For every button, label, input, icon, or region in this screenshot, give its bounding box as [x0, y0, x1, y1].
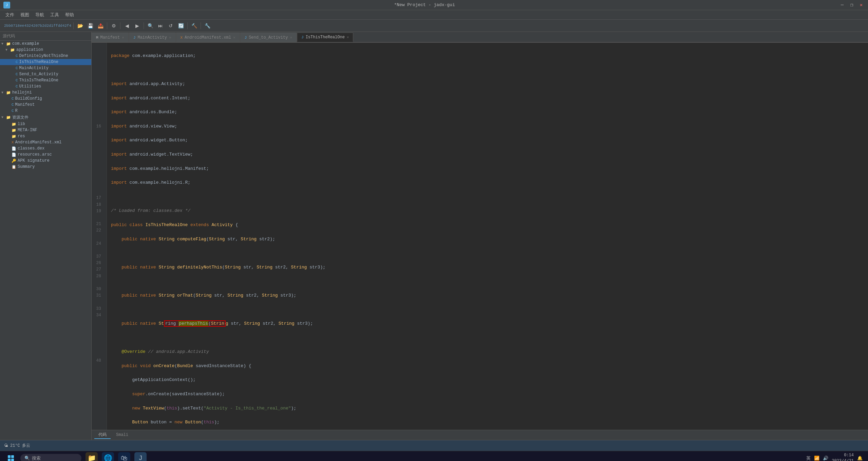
sidebar-item-r[interactable]: ▶ C R [0, 108, 91, 114]
class-icon: C [12, 97, 14, 101]
tab-mainactivity[interactable]: J MainActivity ✕ [129, 33, 176, 42]
code-line [111, 278, 864, 285]
label: Send_to_Activity [19, 72, 58, 77]
sidebar-item-definitlynotthisone[interactable]: ▶ C DefinitelyNotThisOne [0, 53, 91, 59]
class-icon: C [16, 78, 18, 82]
taskbar-system-icons: 英 📶 🔊 0:14 2023/4/21 🔔 [806, 453, 863, 461]
tab-manifest-close[interactable]: ✕ [122, 35, 124, 40]
sidebar-item-androidmanifest[interactable]: ▶ X AndroidManifest.xml [0, 139, 91, 145]
win-logo-quad-1 [8, 455, 11, 458]
search-next-btn[interactable]: ⏭ [156, 21, 165, 30]
label: Summary [18, 164, 35, 169]
class-icon: C [16, 66, 18, 70]
decompile-btn[interactable]: ⚙ [109, 21, 118, 30]
win-logo-quad-4 [11, 459, 14, 461]
file-icon: 📄 [12, 146, 16, 151]
code-line: public native String computeFlag(String … [111, 236, 864, 243]
sidebar-item-manifest-class[interactable]: ▶ C Manifest [0, 102, 91, 108]
sidebar-header: 源代码 [0, 32, 91, 41]
sidebar-item-utilities[interactable]: ▶ C Utilities [0, 83, 91, 89]
taskbar-app-edge[interactable]: 🌐 [102, 452, 114, 461]
label: com.example [12, 41, 39, 46]
taskbar-app-store[interactable]: 🛍 [118, 452, 130, 461]
close-btn[interactable]: ✕ [858, 2, 865, 8]
taskbar-app-jadx[interactable]: J [134, 452, 147, 461]
sidebar-item-lib[interactable]: ▶ 📁 lib [0, 121, 91, 127]
window-title: *New Project - jadx-gui [10, 2, 839, 7]
code-line [111, 250, 864, 257]
bottom-tab-smali[interactable]: Smali [112, 432, 132, 439]
folder-icon: 📁 [12, 128, 16, 133]
label: ThisIsTheRealOne [19, 78, 58, 83]
sidebar-item-hellojni[interactable]: ▼ 📁 hellojni [0, 89, 91, 96]
taskbar-search[interactable]: 🔍 搜索 [20, 454, 81, 461]
file-icon: 📋 [12, 165, 16, 169]
sidebar-item-thisistherealoneclass[interactable]: ▶ C ThisIsTheRealOne [0, 77, 91, 83]
forward-btn[interactable]: ▶ [133, 21, 141, 30]
arrow-icon: ▼ [1, 42, 5, 46]
tab-mainactivity-close[interactable]: ✕ [169, 35, 171, 40]
tab-sendto-close[interactable]: ✕ [290, 35, 292, 40]
label: lib [18, 122, 25, 126]
menu-tools[interactable]: 工具 [48, 11, 62, 19]
maximize-btn[interactable]: ❐ [848, 2, 855, 8]
sidebar-item-apksignature[interactable]: ▶ 🔑 APK signature [0, 158, 91, 164]
sidebar-item-sendtoactivity[interactable]: ▶ C Send_to_Activity [0, 71, 91, 77]
tab-androidmanifest-close[interactable]: ✕ [233, 35, 235, 40]
menu-help[interactable]: 帮助 [62, 11, 77, 19]
tab-isthis[interactable]: J IsThisTheRealOne ✕ [297, 33, 353, 42]
sidebar-item-com-example[interactable]: ▼ 📁 com.example [0, 41, 91, 47]
sidebar-item-res[interactable]: ▶ 📁 res [0, 133, 91, 139]
build-btn[interactable]: 🔨 [190, 21, 199, 30]
tab-mainactivity-icon: J [133, 36, 136, 40]
folder-icon: 📁 [6, 42, 11, 46]
class-icon: C [16, 84, 18, 88]
start-button[interactable] [5, 453, 16, 461]
tab-sendto[interactable]: J Send_to_Activity ✕ [240, 33, 297, 42]
menu-nav[interactable]: 导航 [33, 11, 47, 19]
code-line [111, 194, 864, 201]
open-btn[interactable]: 📂 [76, 21, 84, 30]
taskbar-app-files[interactable]: 📁 [86, 452, 98, 461]
folder-icon: 📁 [6, 115, 11, 120]
sidebar-item-application[interactable]: ▼ 📁 application [0, 47, 91, 53]
label: resources.arsc [18, 152, 52, 157]
class-icon: C [16, 72, 18, 76]
label: Manifest [15, 102, 35, 107]
sidebar-item-classesdex[interactable]: ▶ 📄 classes.dex [0, 145, 91, 152]
code-content[interactable]: package com.example.application; import … [107, 43, 868, 430]
code-container: 16 17 18 19 [92, 43, 868, 430]
minimize-btn[interactable]: — [839, 2, 846, 8]
menu-bar: 文件 视图 导航 工具 帮助 [0, 10, 868, 20]
code-line [111, 66, 864, 74]
code-area[interactable]: 16 17 18 19 [92, 43, 868, 430]
tab-androidmanifest[interactable]: X AndroidManifest.xml ✕ [176, 33, 240, 42]
refresh-btn[interactable]: ↺ [166, 21, 175, 30]
sidebar-item-metainf[interactable]: ▶ 📁 META-INF [0, 127, 91, 133]
code-line [111, 335, 864, 342]
title-bar: J *New Project - jadx-gui — ❐ ✕ [0, 0, 868, 10]
sync-btn[interactable]: 🔄 [176, 21, 185, 30]
export-btn[interactable]: 📤 [96, 21, 105, 30]
sidebar-item-resources[interactable]: ▼ 📁 资源文件 [0, 114, 91, 121]
settings-btn[interactable]: 🔧 [203, 21, 212, 30]
tab-bar: M Manifest ✕ J MainActivity ✕ X AndroidM… [92, 32, 868, 43]
search-btn[interactable]: 🔍 [146, 21, 155, 30]
notification-icon[interactable]: 🔔 [857, 456, 863, 461]
back-btn[interactable]: ◀ [122, 21, 131, 30]
sidebar-item-buildconfig[interactable]: ▶ C BuildConfig [0, 96, 91, 102]
tab-isthis-close[interactable]: ✕ [347, 35, 349, 39]
tab-manifest[interactable]: M Manifest ✕ [92, 33, 129, 42]
sidebar-item-isthisrealoneactive[interactable]: ▶ C IsThisTheRealOne [0, 59, 91, 65]
temperature: 21°C [10, 443, 20, 448]
sidebar-item-summary[interactable]: ▶ 📋 Summary [0, 164, 91, 170]
menu-view[interactable]: 视图 [18, 11, 32, 19]
code-line: package com.example.application; [111, 53, 864, 60]
code-line highlighted: public native String perhapsThis(String … [111, 320, 864, 327]
sidebar-item-mainactivity[interactable]: ▶ C MainActivity [0, 65, 91, 71]
sidebar-item-resourcesarsc[interactable]: ▶ 📄 resources.arsc [0, 152, 91, 158]
bottom-tab-code[interactable]: 代码 [94, 431, 111, 439]
tab-isthis-icon: J [301, 35, 304, 39]
menu-file[interactable]: 文件 [3, 11, 17, 19]
save-btn[interactable]: 💾 [86, 21, 95, 30]
